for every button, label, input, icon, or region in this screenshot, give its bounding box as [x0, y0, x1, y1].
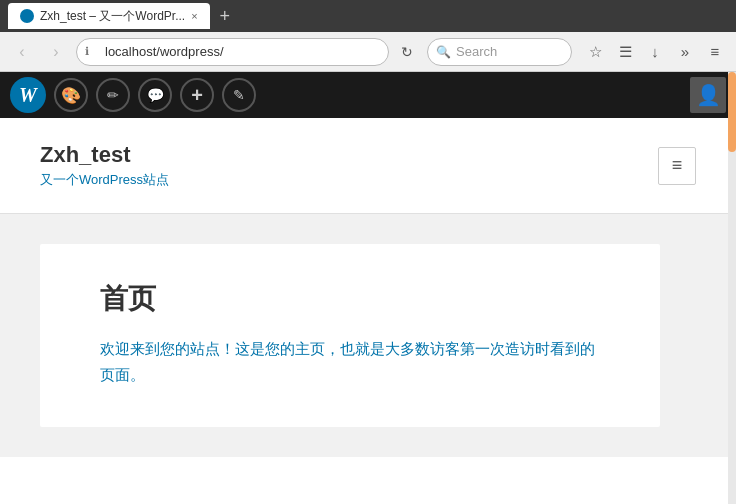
- browser-navbar: ‹ › ℹ localhost/wordpress/ ↻ 🔍 Search ☆ …: [0, 32, 736, 72]
- more-button[interactable]: »: [672, 39, 698, 65]
- search-placeholder: Search: [456, 44, 497, 59]
- search-icon: 🔍: [436, 45, 451, 59]
- site-tagline: 又一个WordPress站点: [40, 171, 169, 189]
- lock-icon: ℹ: [85, 45, 89, 58]
- post-body-line1: 欢迎来到您的站点！这是您的主页，也就是大多数访客第一次造访时看到的: [100, 340, 595, 357]
- search-bar[interactable]: 🔍 Search: [427, 38, 572, 66]
- browser-titlebar: Zxh_test – 又一个WordPr... × +: [0, 0, 736, 32]
- menu-button[interactable]: ≡: [702, 39, 728, 65]
- page-content: Zxh_test 又一个WordPress站点 ≡ 首页 欢迎来到您的站点！这是…: [0, 118, 736, 457]
- active-tab[interactable]: Zxh_test – 又一个WordPr... ×: [8, 3, 210, 29]
- post-title: 首页: [100, 280, 600, 318]
- address-text: localhost/wordpress/: [105, 44, 224, 59]
- download-button[interactable]: ↓: [642, 39, 668, 65]
- paint-icon[interactable]: ✏: [96, 78, 130, 112]
- bookmark-button[interactable]: ☆: [582, 39, 608, 65]
- edit-icon[interactable]: ✎: [222, 78, 256, 112]
- site-title: Zxh_test: [40, 142, 169, 168]
- add-content-icon[interactable]: +: [180, 78, 214, 112]
- page-main: 首页 欢迎来到您的站点！这是您的主页，也就是大多数访客第一次造访时看到的 页面。: [0, 214, 736, 457]
- wp-adminbar: W 🎨 ✏ 💬 + ✎ 👤: [0, 72, 736, 118]
- site-header: Zxh_test 又一个WordPress站点 ≡: [0, 118, 736, 214]
- reader-button[interactable]: ☰: [612, 39, 638, 65]
- scrollbar-track[interactable]: [728, 72, 736, 504]
- reload-button[interactable]: ↻: [393, 38, 421, 66]
- back-button[interactable]: ‹: [8, 38, 36, 66]
- user-avatar[interactable]: 👤: [690, 77, 726, 113]
- scrollbar-thumb[interactable]: [728, 72, 736, 152]
- comment-icon[interactable]: 💬: [138, 78, 172, 112]
- post-body-line2: 页面。: [100, 366, 145, 383]
- post-body: 欢迎来到您的站点！这是您的主页，也就是大多数访客第一次造访时看到的 页面。: [100, 336, 600, 387]
- address-bar[interactable]: ℹ localhost/wordpress/: [76, 38, 389, 66]
- wp-logo-text: W: [19, 84, 37, 107]
- wp-logo[interactable]: W: [10, 77, 46, 113]
- menu-toggle-button[interactable]: ≡: [658, 147, 696, 185]
- site-branding: Zxh_test 又一个WordPress站点: [40, 142, 169, 189]
- forward-button[interactable]: ›: [42, 38, 70, 66]
- tab-favicon: [20, 9, 34, 23]
- post-card: 首页 欢迎来到您的站点！这是您的主页，也就是大多数访客第一次造访时看到的 页面。: [40, 244, 660, 427]
- new-tab-button[interactable]: +: [214, 6, 237, 27]
- customize-icon[interactable]: 🎨: [54, 78, 88, 112]
- tab-close-button[interactable]: ×: [191, 10, 197, 22]
- tab-title: Zxh_test – 又一个WordPr...: [40, 8, 185, 25]
- browser-window: Zxh_test – 又一个WordPr... × + ‹ › ℹ localh…: [0, 0, 736, 457]
- nav-actions: ☆ ☰ ↓ » ≡: [582, 39, 728, 65]
